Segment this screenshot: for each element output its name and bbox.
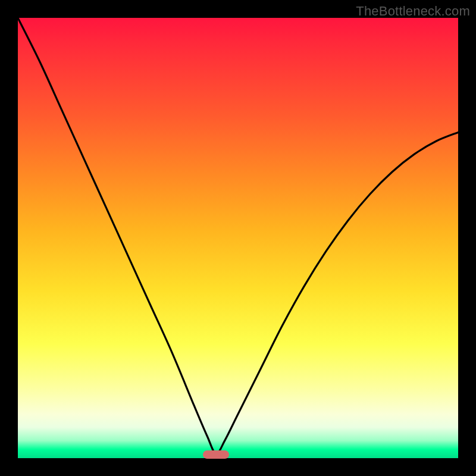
- chart-frame: TheBottleneck.com: [0, 0, 476, 476]
- bottleneck-curve: [18, 18, 458, 458]
- curve-path: [18, 18, 458, 454]
- chart-plot-area: [18, 18, 458, 458]
- optimal-zone-marker: [203, 450, 229, 459]
- watermark-text: TheBottleneck.com: [356, 4, 470, 19]
